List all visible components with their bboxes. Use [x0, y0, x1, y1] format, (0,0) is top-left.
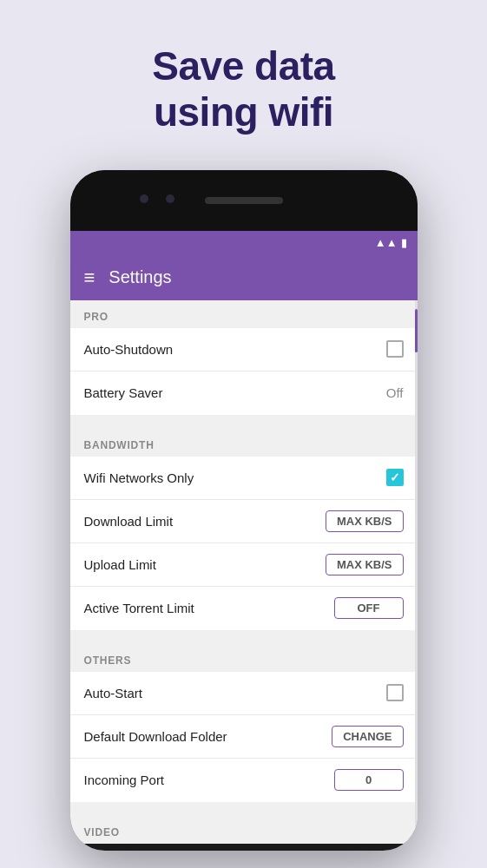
- settings-content: PRO Auto-Shutdown Battery Saver Off BAND…: [70, 300, 418, 844]
- headline-line1: Save data: [152, 43, 334, 89]
- wifi-networks-only-checkbox[interactable]: ✓: [386, 469, 404, 486]
- headline: Save data using wifi: [152, 43, 334, 135]
- section-header-bandwidth: BANDWIDTH: [70, 429, 418, 457]
- section-header-pro: PRO: [70, 300, 418, 328]
- row-active-torrent-limit[interactable]: Active Torrent Limit OFF: [70, 587, 418, 630]
- phone-frame: ▲▲ ▮ ≡ Settings PRO Auto-Shutdown Batter…: [70, 170, 418, 851]
- incoming-port-button[interactable]: 0: [334, 769, 404, 791]
- app-bar-title: Settings: [109, 267, 171, 287]
- section-bandwidth: BANDWIDTH Wifi Networks Only ✓ Download …: [70, 429, 418, 630]
- hamburger-menu-icon[interactable]: ≡: [84, 266, 95, 289]
- section-header-video: VIDEO: [70, 816, 418, 844]
- row-battery-saver[interactable]: Battery Saver Off: [70, 372, 418, 415]
- default-download-folder-label: Default Download Folder: [84, 729, 227, 744]
- active-torrent-limit-button[interactable]: OFF: [334, 597, 404, 619]
- row-upload-limit[interactable]: Upload Limit MAX KB/S: [70, 543, 418, 587]
- section-pro: PRO Auto-Shutdown Battery Saver Off: [70, 300, 418, 415]
- section-header-others: OTHERS: [70, 644, 418, 672]
- divider-1: [70, 422, 418, 429]
- scrollbar-thumb[interactable]: [415, 309, 418, 352]
- row-auto-shutdown[interactable]: Auto-Shutdown: [70, 328, 418, 372]
- battery-icon: ▮: [401, 236, 407, 249]
- upload-limit-button[interactable]: MAX KB/S: [326, 554, 404, 575]
- auto-shutdown-label: Auto-Shutdown: [84, 342, 174, 357]
- phone-top-bezel: [70, 170, 418, 231]
- row-incoming-port[interactable]: Incoming Port 0: [70, 759, 418, 802]
- upload-limit-label: Upload Limit: [84, 557, 156, 572]
- row-default-download-folder[interactable]: Default Download Folder CHANGE: [70, 715, 418, 759]
- section-others: OTHERS Auto-Start Default Download Folde…: [70, 644, 418, 802]
- divider-3: [70, 809, 418, 816]
- status-bar: ▲▲ ▮: [70, 231, 418, 255]
- wifi-networks-only-label: Wifi Networks Only: [84, 470, 194, 485]
- app-bar: ≡ Settings: [70, 255, 418, 300]
- divider-2: [70, 637, 418, 644]
- row-wifi-networks-only[interactable]: Wifi Networks Only ✓: [70, 457, 418, 500]
- download-limit-button[interactable]: MAX KB/S: [326, 510, 404, 532]
- wifi-icon: ▲▲: [375, 236, 398, 249]
- speaker: [205, 197, 283, 204]
- row-auto-start[interactable]: Auto-Start: [70, 672, 418, 715]
- section-video: VIDEO: [70, 816, 418, 844]
- row-download-limit[interactable]: Download Limit MAX KB/S: [70, 500, 418, 543]
- camera-right: [166, 194, 174, 203]
- camera-left: [140, 194, 148, 203]
- battery-saver-label: Battery Saver: [84, 385, 163, 400]
- auto-shutdown-checkbox[interactable]: [386, 340, 404, 358]
- battery-saver-value: Off: [386, 385, 404, 400]
- auto-start-checkbox[interactable]: [386, 684, 404, 701]
- download-limit-label: Download Limit: [84, 514, 174, 529]
- active-torrent-limit-label: Active Torrent Limit: [84, 601, 194, 615]
- scrollbar-track[interactable]: [415, 300, 418, 844]
- incoming-port-label: Incoming Port: [84, 773, 165, 787]
- headline-line2: using wifi: [154, 89, 333, 135]
- default-download-folder-button[interactable]: CHANGE: [332, 726, 403, 747]
- status-icons: ▲▲ ▮: [375, 236, 407, 249]
- auto-start-label: Auto-Start: [84, 686, 143, 700]
